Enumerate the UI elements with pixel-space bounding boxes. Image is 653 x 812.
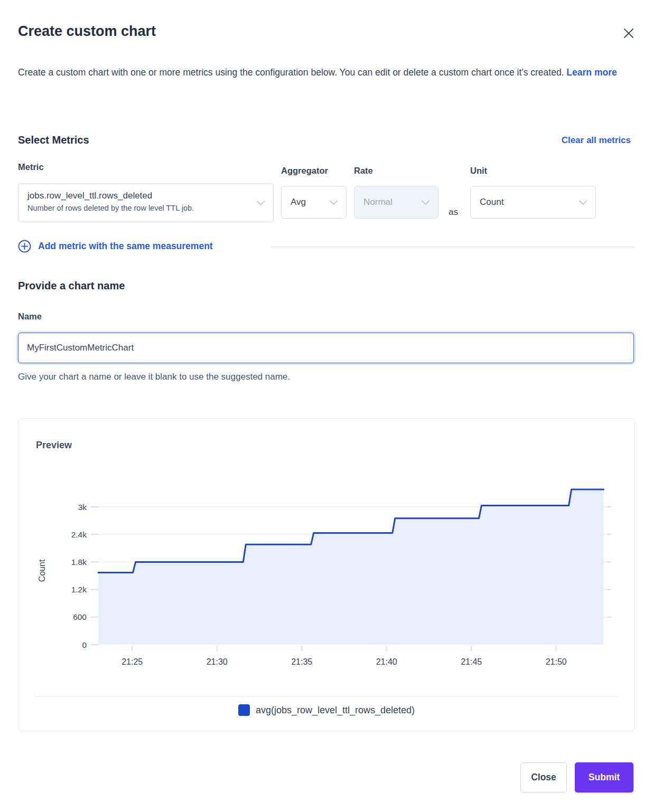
chevron-down-icon bbox=[579, 197, 587, 205]
x-tick-label: 21:45 bbox=[461, 657, 482, 666]
rate-select-value: Normal bbox=[363, 197, 393, 207]
rate-select-disabled[interactable]: Normal bbox=[354, 186, 439, 219]
legend-label: avg(jobs_row_level_ttl_rows_deleted) bbox=[256, 705, 415, 716]
y-tick-label: 0 bbox=[82, 640, 87, 649]
legend-swatch-icon bbox=[238, 704, 250, 716]
rate-label: Rate bbox=[354, 166, 373, 176]
aggregator-select-value: Avg bbox=[291, 197, 306, 207]
aggregator-label: Aggregator bbox=[281, 166, 328, 176]
plus-circle-icon bbox=[18, 240, 31, 253]
chart-name-heading: Provide a chart name bbox=[18, 280, 125, 292]
series-area-fill bbox=[98, 489, 604, 645]
chart-legend: avg(jobs_row_level_ttl_rows_deleted) bbox=[18, 704, 635, 716]
x-tick-label: 21:25 bbox=[122, 657, 143, 666]
clear-all-metrics-link[interactable]: Clear all metrics bbox=[562, 135, 631, 146]
as-label: as bbox=[449, 207, 458, 218]
unit-select[interactable]: Count bbox=[470, 186, 596, 219]
y-tick-label: 1.8k bbox=[71, 558, 87, 566]
y-tick-label: 3k bbox=[78, 503, 87, 512]
close-dialog-button[interactable] bbox=[620, 25, 637, 42]
preview-heading: Preview bbox=[36, 440, 72, 451]
description-text: Create a custom chart with one or more m… bbox=[18, 67, 564, 78]
select-metrics-heading: Select Metrics bbox=[18, 134, 89, 146]
dialog-description: Create a custom chart with one or more m… bbox=[18, 62, 626, 82]
chevron-down-icon bbox=[422, 197, 430, 205]
create-custom-chart-dialog: Create custom chart Create a custom char… bbox=[0, 0, 653, 812]
close-button[interactable]: Close bbox=[520, 762, 567, 792]
y-tick-label: 2.4k bbox=[71, 530, 87, 539]
x-tick-label: 21:35 bbox=[291, 657, 312, 666]
name-label: Name bbox=[18, 311, 42, 322]
preview-card: Preview 06001.2k1.8k2.4k3k21:2521:3021:3… bbox=[18, 418, 635, 731]
y-tick-label: 600 bbox=[73, 612, 87, 621]
unit-select-value: Count bbox=[480, 197, 503, 207]
preview-chart-svg: 06001.2k1.8k2.4k3k21:2521:3021:3521:4021… bbox=[18, 465, 636, 672]
x-tick-label: 21:40 bbox=[376, 657, 397, 666]
name-helper-text: Give your chart a name or leave it blank… bbox=[18, 372, 290, 382]
submit-button[interactable]: Submit bbox=[575, 762, 633, 792]
y-axis-title: Count bbox=[38, 559, 46, 582]
x-tick-label: 21:50 bbox=[546, 657, 567, 666]
legend-divider bbox=[35, 696, 618, 697]
chevron-down-icon bbox=[257, 197, 265, 206]
aggregator-select[interactable]: Avg bbox=[281, 186, 347, 219]
close-icon bbox=[622, 27, 635, 40]
x-tick-label: 21:30 bbox=[207, 657, 228, 666]
add-metric-button[interactable]: Add metric with the same measurement bbox=[18, 240, 213, 253]
chevron-down-icon bbox=[330, 197, 338, 205]
chart-name-input[interactable] bbox=[18, 333, 634, 363]
learn-more-link[interactable]: Learn more bbox=[566, 67, 617, 78]
metric-row-divider bbox=[270, 247, 635, 247]
y-tick-label: 1.2k bbox=[71, 585, 87, 594]
metric-select[interactable]: jobs.row_level_ttl.rows_deleted Number o… bbox=[18, 183, 274, 222]
metric-select-description: Number of rows deleted by the row level … bbox=[27, 204, 250, 212]
add-metric-label: Add metric with the same measurement bbox=[38, 241, 213, 252]
page-title: Create custom chart bbox=[18, 23, 156, 40]
unit-label: Unit bbox=[470, 166, 487, 176]
metric-label: Metric bbox=[18, 162, 44, 172]
metric-select-value: jobs.row_level_ttl.rows_deleted bbox=[27, 191, 250, 201]
preview-chart: 06001.2k1.8k2.4k3k21:2521:3021:3521:4021… bbox=[18, 465, 636, 672]
